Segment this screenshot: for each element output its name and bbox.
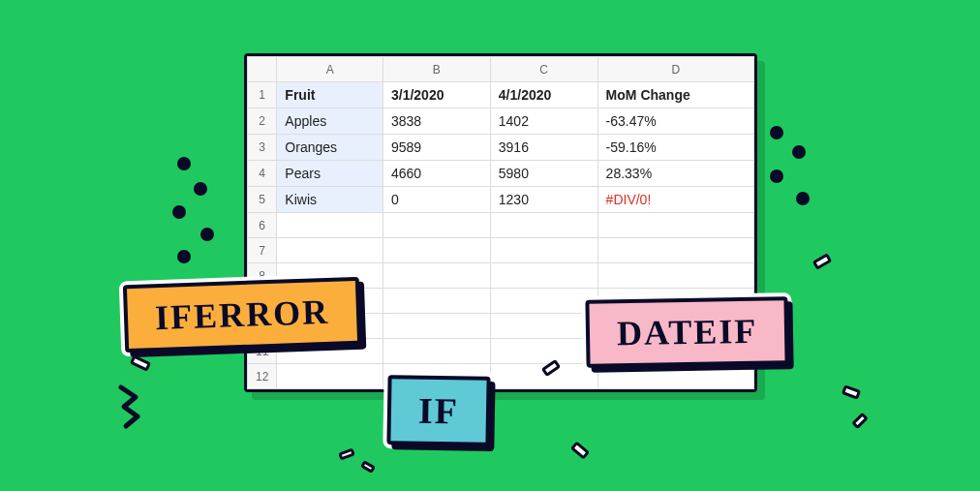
cell[interactable] [383, 263, 490, 289]
decorative-confetti [570, 441, 590, 459]
cell-b2[interactable]: 3838 [383, 108, 490, 135]
cell[interactable] [490, 314, 597, 339]
cell[interactable] [597, 238, 753, 263]
cell[interactable] [383, 213, 490, 238]
col-header-a[interactable]: A [277, 57, 383, 82]
col-header-b[interactable]: B [383, 57, 490, 82]
col-header-d[interactable]: D [597, 57, 753, 82]
cell[interactable] [597, 213, 753, 238]
decorative-dot [177, 250, 191, 263]
cell[interactable] [277, 213, 383, 238]
cell-b4[interactable]: 4660 [383, 161, 490, 187]
decorative-dot [194, 182, 207, 196]
cell-a2[interactable]: Apples [277, 108, 383, 135]
badge-iferror: IFERROR [123, 277, 361, 353]
cell-c3[interactable]: 3916 [490, 135, 597, 161]
decorative-confetti [338, 448, 355, 461]
cell-d4[interactable]: 28.33% [597, 161, 753, 187]
badge-dateif: DATEIF [585, 296, 789, 368]
cell[interactable] [597, 263, 753, 289]
cell-b3[interactable]: 9589 [383, 135, 490, 161]
cell-d3[interactable]: -59.16% [597, 135, 753, 161]
badge-if: IF [386, 375, 490, 446]
cell-b1[interactable]: 3/1/2020 [383, 82, 490, 108]
row-header-7[interactable]: 7 [248, 238, 277, 263]
cell-d1[interactable]: MoM Change [597, 82, 753, 108]
decorative-confetti [842, 384, 861, 400]
decorative-dot [200, 228, 214, 241]
cell[interactable] [490, 339, 597, 364]
cell-d5-error[interactable]: #DIV/0! [597, 187, 753, 213]
row-header-3[interactable]: 3 [248, 135, 277, 161]
cell[interactable] [490, 289, 597, 314]
decorative-confetti [360, 460, 376, 474]
cell-d2[interactable]: -63.47% [597, 108, 753, 135]
cell[interactable] [490, 238, 597, 263]
cell[interactable] [383, 339, 490, 364]
cell-b5[interactable]: 0 [383, 187, 490, 213]
row-header-12[interactable]: 12 [248, 364, 277, 389]
row-header-5[interactable]: 5 [248, 187, 277, 213]
cell[interactable] [490, 213, 597, 238]
decorative-dot [796, 192, 810, 205]
decorative-zigzag-icon [116, 383, 155, 431]
cell[interactable] [277, 364, 383, 389]
decorative-dot [792, 145, 806, 159]
row-header-2[interactable]: 2 [248, 108, 277, 135]
cell-c2[interactable]: 1402 [490, 108, 597, 135]
decorative-dot [172, 205, 186, 219]
decorative-confetti [812, 253, 833, 270]
cell[interactable] [597, 364, 753, 389]
cell-c5[interactable]: 1230 [490, 187, 597, 213]
decorative-confetti [130, 354, 151, 372]
cell[interactable] [490, 263, 597, 289]
decorative-dot [177, 157, 191, 170]
cell-c4[interactable]: 5980 [490, 161, 597, 187]
cell-a4[interactable]: Pears [277, 161, 383, 187]
cell-a3[interactable]: Oranges [277, 135, 383, 161]
decorative-dot [770, 126, 783, 139]
row-header-6[interactable]: 6 [248, 213, 277, 238]
col-header-c[interactable]: C [490, 57, 597, 82]
cell[interactable] [383, 289, 490, 314]
cell-c1[interactable]: 4/1/2020 [490, 82, 597, 108]
row-header-4[interactable]: 4 [248, 161, 277, 187]
decorative-dot [770, 169, 783, 183]
cell-a1[interactable]: Fruit [277, 82, 383, 108]
cell[interactable] [277, 238, 383, 263]
decorative-confetti [851, 413, 869, 430]
row-header-1[interactable]: 1 [248, 82, 277, 108]
select-all-corner[interactable] [248, 57, 277, 82]
cell[interactable] [383, 238, 490, 263]
cell[interactable] [383, 314, 490, 339]
cell-a5[interactable]: Kiwis [277, 187, 383, 213]
